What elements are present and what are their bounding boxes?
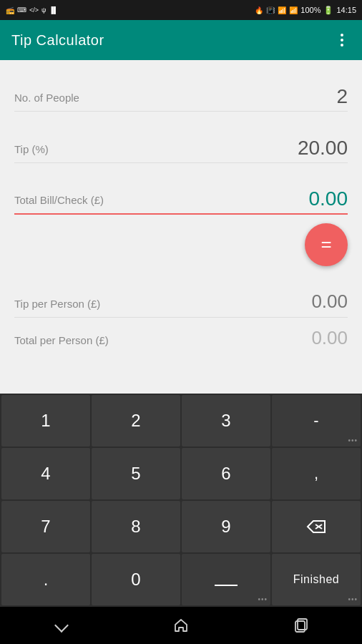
menu-dot-1: [341, 34, 343, 36]
total-per-person-row-partial: Total per Person (£) 0.00: [14, 318, 348, 353]
equals-section: =: [0, 215, 362, 275]
fire-icon: 🔥: [255, 6, 263, 14]
clock: 14:15: [336, 6, 356, 14]
tip-per-person-value: 0.00: [262, 291, 348, 313]
keyboard-icon: ⌨: [17, 6, 26, 14]
back-button[interactable]: [39, 611, 82, 640]
wifi-icon: 📶: [278, 6, 286, 14]
app-bar: Tip Calculator: [0, 20, 362, 60]
total-bill-row: Total Bill/Check (£) 0.00: [14, 163, 348, 215]
radio-icon: 📻: [6, 6, 14, 14]
usb-icon: ψ: [41, 6, 46, 14]
no-of-people-value[interactable]: 2: [233, 85, 348, 108]
status-icons-left: 📻 ⌨ </> ψ ▐▌: [6, 6, 58, 14]
key-9[interactable]: 9: [182, 501, 270, 552]
total-per-person-value: 0.00: [262, 327, 348, 349]
key-space[interactable]: •••: [182, 554, 270, 605]
total-bill-label: Total Bill/Check (£): [14, 194, 233, 210]
total-bill-value[interactable]: 0.00: [233, 187, 348, 210]
no-of-people-row: No. of People 2: [14, 60, 348, 112]
key-1[interactable]: 1: [1, 395, 90, 447]
overflow-menu-button[interactable]: [333, 31, 351, 49]
barcode-icon: ▐▌: [49, 6, 58, 14]
keyboard: 1 2 3 - ••• 4 5 6 ,: [0, 394, 362, 607]
tip-percent-row: Tip (%) 20.00: [14, 112, 348, 163]
key-5[interactable]: 5: [92, 448, 180, 499]
backspace-icon: [306, 519, 326, 534]
key-comma[interactable]: ,: [272, 448, 361, 499]
tip-value[interactable]: 20.00: [233, 137, 348, 160]
back-icon: [54, 618, 69, 633]
status-right: 🔥 📳 📶 📶 100% 🔋 14:15: [255, 6, 356, 15]
key-8[interactable]: 8: [92, 501, 180, 552]
key-dots-finished: •••: [348, 595, 358, 603]
equals-button[interactable]: =: [305, 223, 348, 266]
recent-apps-button[interactable]: [280, 611, 323, 640]
keyboard-row-3: 7 8 9: [1, 501, 361, 552]
status-bar: 📻 ⌨ </> ψ ▐▌ 🔥 📳 📶 📶 100% 🔋 14:15: [0, 0, 362, 20]
finished-label: Finished: [293, 573, 339, 586]
key-7[interactable]: 7: [1, 501, 90, 552]
total-per-person-label: Total per Person (£): [14, 334, 262, 349]
key-backspace[interactable]: [272, 501, 361, 552]
keyboard-row-1: 1 2 3 - •••: [1, 395, 361, 447]
recent-apps-icon: [295, 618, 309, 633]
keyboard-row-4: . 0 ••• Finished •••: [1, 554, 361, 605]
tip-per-person-row: Tip per Person (£) 0.00: [14, 275, 348, 318]
tip-label: Tip (%): [14, 143, 233, 160]
key-6[interactable]: 6: [182, 448, 270, 499]
result-section: Tip per Person (£) 0.00 Total per Person…: [0, 275, 362, 353]
battery-percent: 100%: [300, 6, 321, 14]
keyboard-row-2: 4 5 6 ,: [1, 448, 361, 499]
key-3[interactable]: 3: [182, 395, 270, 447]
code-icon: </>: [29, 6, 39, 14]
key-0[interactable]: 0: [92, 554, 180, 605]
key-dot[interactable]: .: [1, 554, 90, 605]
spacer: [0, 353, 362, 394]
no-of-people-label: No. of People: [14, 92, 233, 108]
tip-per-person-label: Tip per Person (£): [14, 298, 262, 313]
key-finished[interactable]: Finished •••: [272, 554, 361, 605]
key-minus[interactable]: - •••: [272, 395, 361, 447]
key-dots-1: •••: [348, 436, 358, 444]
menu-dot-3: [341, 44, 343, 47]
signal-icon: 📶: [289, 6, 298, 14]
vibrate-icon: 📳: [266, 6, 275, 14]
key-2[interactable]: 2: [92, 395, 180, 447]
form-section: No. of People 2 Tip (%) 20.00 Total Bill…: [0, 60, 362, 215]
battery-icon: 🔋: [323, 6, 333, 15]
home-icon: [173, 618, 189, 633]
app-title: Tip Calculator: [11, 32, 104, 49]
main-content: No. of People 2 Tip (%) 20.00 Total Bill…: [0, 60, 362, 607]
nav-bar: [0, 607, 362, 644]
equals-symbol: =: [321, 235, 331, 253]
key-4[interactable]: 4: [1, 448, 90, 499]
menu-dot-2: [341, 39, 343, 42]
home-button[interactable]: [160, 611, 202, 640]
key-dots-4: •••: [258, 595, 268, 603]
